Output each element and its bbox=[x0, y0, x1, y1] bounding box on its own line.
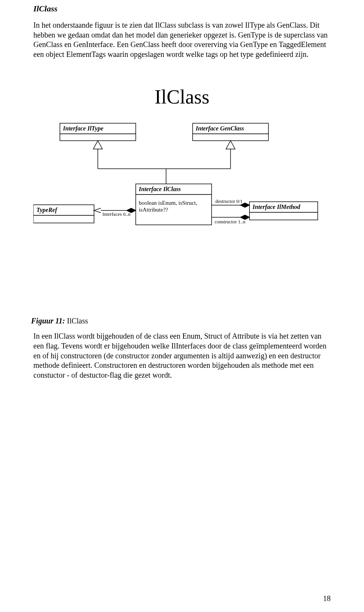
ilclass-body-line2: isAttribute?? bbox=[139, 207, 168, 213]
figure-caption-lead: Figuur 11: bbox=[31, 317, 65, 325]
inheritance-lines bbox=[98, 149, 231, 184]
assoc-ilclass-typeref: Interfaces 0..n bbox=[94, 208, 136, 217]
inheritance-triangle-genclass bbox=[226, 141, 235, 149]
svg-rect-3 bbox=[193, 134, 268, 141]
page: IlClass In het onderstaande figuur is te… bbox=[0, 0, 364, 612]
svg-rect-1 bbox=[60, 134, 136, 141]
page-number: 18 bbox=[323, 594, 331, 603]
uml-diagram: Interface IlType Interface GenClass bbox=[33, 108, 331, 271]
figure-caption: Figuur 11: IlClass bbox=[31, 317, 331, 325]
svg-marker-4 bbox=[93, 141, 102, 149]
genclass-label: Interface GenClass bbox=[195, 125, 244, 132]
inheritance-triangle-iltype bbox=[93, 141, 102, 149]
ilmethod-label: Interface IlMethod bbox=[252, 204, 301, 210]
paragraph-1: In het onderstaande figuur is te zien da… bbox=[33, 20, 331, 59]
figure-caption-rest: IlClass bbox=[65, 317, 88, 325]
svg-marker-5 bbox=[226, 141, 235, 149]
label-constructor: constructor 1..n bbox=[215, 219, 246, 224]
diagram-svg: Interface IlType Interface GenClass bbox=[33, 108, 331, 271]
class-box-iltype: Interface IlType bbox=[60, 123, 136, 141]
ilclass-header-label: Interface IlClass bbox=[138, 186, 181, 193]
class-box-ilmethod: Interface IlMethod bbox=[249, 202, 318, 220]
typeref-label: TypeRef bbox=[36, 207, 58, 213]
class-box-genclass: Interface GenClass bbox=[193, 123, 268, 141]
label-destructor: destructor 0/1 bbox=[215, 198, 243, 204]
diagram-title: IlClass bbox=[33, 86, 331, 108]
svg-rect-14 bbox=[33, 215, 94, 223]
ilclass-body-line1: boolean isEnum, isStruct, bbox=[139, 200, 197, 206]
paragraph-2: In een IlClass wordt bijgehouden of de c… bbox=[33, 331, 331, 380]
class-box-typeref: TypeRef bbox=[33, 205, 94, 223]
svg-rect-16 bbox=[249, 212, 318, 220]
iltype-label: Interface IlType bbox=[63, 125, 103, 132]
class-box-ilclass: Interface IlClass boolean isEnum, isStru… bbox=[136, 184, 212, 225]
section-title: IlClass bbox=[33, 4, 331, 14]
assoc-ilclass-ilmethod: destructor 0/1 constructor 1..n bbox=[212, 198, 249, 224]
label-interfaces: Interfaces 0..n bbox=[102, 211, 130, 217]
